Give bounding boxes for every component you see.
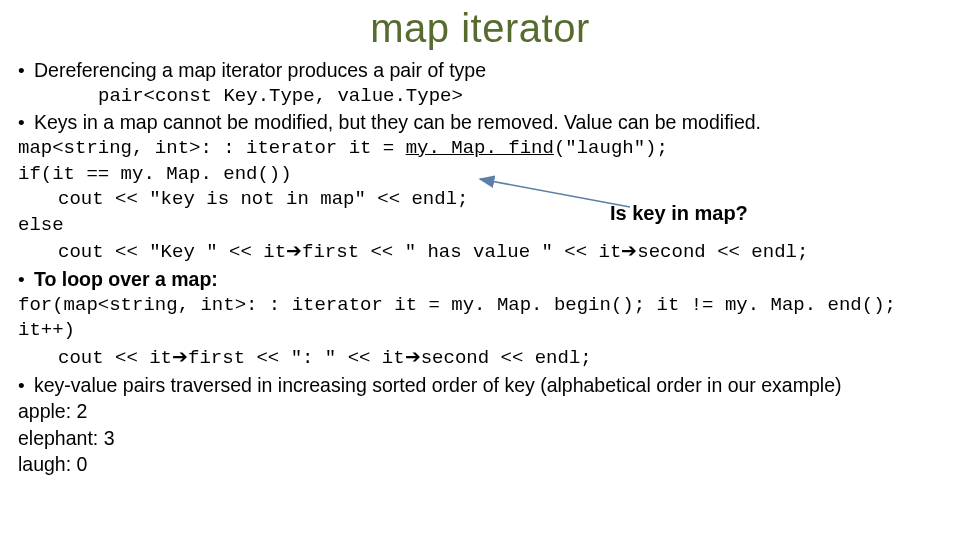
output-line: apple: 2	[18, 398, 942, 424]
output-line: elephant: 3	[18, 425, 942, 451]
code-line: cout << it➔first << ": " << it➔second <<…	[18, 344, 942, 372]
code-line: else	[18, 213, 942, 239]
bullet-text: Dereferencing a map iterator produces a …	[34, 57, 942, 83]
bullet-dot-icon: •	[18, 110, 34, 136]
slide: map iterator • Dereferencing a map itera…	[0, 0, 960, 540]
bullet-item: • Keys in a map cannot be modified, but …	[18, 109, 942, 136]
code-text: second << endl;	[637, 241, 808, 263]
output-line: laugh: 0	[18, 451, 942, 477]
code-line: cout << "key is not in map" << endl;	[18, 187, 942, 213]
annotation-label: Is key in map?	[610, 202, 760, 225]
arrow-right-icon: ➔	[621, 238, 637, 264]
bullet-text: Keys in a map cannot be modified, but th…	[34, 109, 942, 135]
code-line: cout << "Key " << it➔first << " has valu…	[18, 238, 942, 266]
slide-content: • Dereferencing a map iterator produces …	[18, 57, 942, 477]
bullet-item: • To loop over a map:	[18, 266, 942, 293]
bullet-dot-icon: •	[18, 58, 34, 84]
bullet-text: To loop over a map:	[34, 266, 942, 292]
code-text: ("laugh");	[554, 137, 668, 159]
code-text: cout << "Key " << it	[58, 241, 286, 263]
bullet-dot-icon: •	[18, 267, 34, 293]
code-text: first << " has value " << it	[302, 241, 621, 263]
code-line: for(map<string, int>: : iterator it = my…	[18, 293, 942, 344]
code-line: pair<const Key.Type, value.Type>	[18, 84, 942, 110]
bullet-item: • Dereferencing a map iterator produces …	[18, 57, 942, 84]
code-underline: my. Map. find	[406, 137, 554, 159]
code-text: second << endl;	[421, 347, 592, 369]
bullet-text: key-value pairs traversed in increasing …	[34, 372, 942, 398]
slide-title: map iterator	[18, 6, 942, 51]
arrow-right-icon: ➔	[405, 344, 421, 370]
arrow-right-icon: ➔	[286, 238, 302, 264]
code-text: first << ": " << it	[188, 347, 405, 369]
code-text: cout << it	[58, 347, 172, 369]
arrow-right-icon: ➔	[172, 344, 188, 370]
code-line: if(it == my. Map. end())	[18, 162, 942, 188]
code-text: map<string, int>: : iterator it =	[18, 137, 406, 159]
bullet-item: • key-value pairs traversed in increasin…	[18, 372, 942, 399]
code-line: map<string, int>: : iterator it = my. Ma…	[18, 136, 942, 162]
bullet-dot-icon: •	[18, 373, 34, 399]
